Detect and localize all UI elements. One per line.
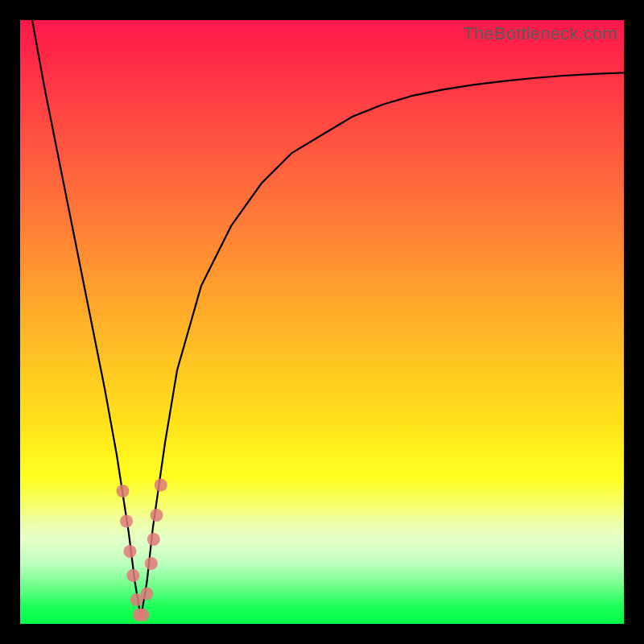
bottleneck-curve-svg — [20, 20, 624, 624]
data-point-marker — [141, 588, 154, 601]
chart-frame: TheBottleneck.com — [0, 0, 644, 644]
data-point-marker — [124, 545, 137, 558]
data-point-marker — [151, 509, 163, 522]
plot-area: TheBottleneck.com — [20, 20, 624, 624]
bottleneck-curve — [32, 20, 624, 618]
data-point-marker — [136, 609, 149, 621]
data-point-marker — [120, 515, 133, 528]
data-point-marker — [155, 479, 167, 492]
data-point-marker — [126, 569, 139, 582]
data-point-marker — [117, 485, 130, 497]
data-point-marker — [147, 533, 160, 546]
data-point-marker — [145, 557, 158, 570]
curve-path-group — [32, 20, 624, 618]
